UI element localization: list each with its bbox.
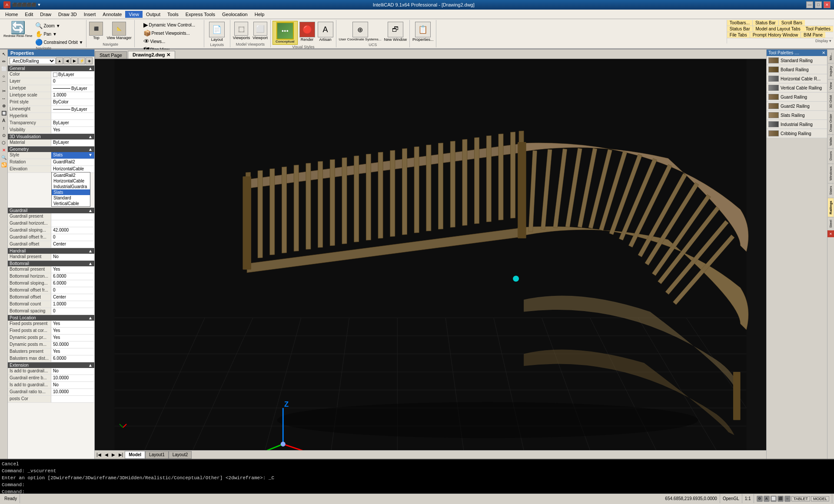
nav-last[interactable]: ▶| — [117, 452, 125, 457]
nav-next[interactable]: ▶ — [110, 452, 117, 457]
palette-guard-railing[interactable]: Guard Railing — [767, 93, 827, 102]
preset-viewpoints-button[interactable]: 📦Preset Viewpoints... — [142, 29, 197, 37]
palette-bollard-railing[interactable]: Bollard Railing — [767, 65, 827, 74]
side-tab-windows[interactable]: Windows — [828, 163, 834, 183]
guardrail-section-header[interactable]: Guardrail▲ — [8, 208, 94, 213]
command-bar-label[interactable]: Status Bar — [727, 26, 753, 32]
artisan-button[interactable]: A Artisan — [317, 21, 334, 43]
menu-geolocation[interactable]: Geolocation — [219, 11, 251, 18]
dynamic-view-button[interactable]: ▶Dynamic View Control... — [142, 21, 197, 29]
side-tab-3dorbit[interactable]: 3D Orbit — [828, 92, 834, 111]
handrail-section-header[interactable]: Handrail▲ — [8, 248, 94, 254]
bim-pane-label[interactable]: BIM Pane — [801, 32, 825, 38]
properties-button[interactable]: 📋 Properties... — [412, 21, 435, 46]
viewport-button[interactable]: ⬜ Viewport — [252, 21, 269, 42]
tab-start-page[interactable]: Start Page — [95, 51, 127, 59]
side-tab-view[interactable]: View — [828, 79, 834, 92]
menu-tools[interactable]: Tools — [164, 11, 182, 18]
status-icon-5[interactable]: ○ — [784, 496, 791, 502]
style-option-slats[interactable]: Slats — [52, 189, 90, 195]
status-icon-3[interactable]: ⬜ — [771, 496, 777, 502]
draw-tool-10[interactable]: A — [0, 117, 7, 124]
conceptual-button[interactable]: ●●● Conceptual — [272, 21, 298, 45]
palette-close-btn[interactable]: ✕ — [822, 50, 825, 55]
tab-layout2[interactable]: Layout2 — [169, 451, 192, 459]
side-tab-railings[interactable]: Railings — [828, 198, 834, 217]
draw-tool-16[interactable]: 🔁 — [0, 161, 7, 168]
entity-btn-3[interactable]: ▶ — [71, 57, 78, 64]
entity-dropdown[interactable]: AecDbRailing — [10, 58, 56, 64]
pan-button[interactable]: ✋Pan ▼ — [34, 30, 84, 38]
side-tab-mo[interactable]: Mo... — [828, 50, 834, 63]
scroll-bars-label[interactable]: Scroll Bars — [779, 20, 805, 26]
style-option-horizontal[interactable]: HorizontalCable — [52, 178, 90, 184]
menu-view[interactable]: View — [125, 11, 143, 18]
file-tabs-label[interactable]: File Tabs — [727, 32, 750, 38]
minimize-button[interactable]: — — [806, 1, 813, 8]
status-tablet[interactable]: TABLET — [791, 496, 810, 501]
menu-express[interactable]: Express Tools — [182, 11, 219, 18]
zoom-button[interactable]: 🔍Zoom ▼ — [34, 22, 84, 30]
style-dropdown[interactable]: GuardRail2 HorizontalCable IndustrialGua… — [51, 172, 90, 207]
draw-tool-1[interactable]: ↖ — [0, 50, 7, 57]
draw-tool-9[interactable]: 🔲 — [0, 109, 7, 116]
entity-btn-4[interactable]: ⚡ — [78, 57, 85, 64]
entity-btn-1[interactable]: ▲ — [56, 57, 63, 64]
layout-button[interactable]: 📄 Layout — [208, 21, 226, 43]
style-option-vertical[interactable]: VerticalCable — [52, 201, 90, 206]
model-layout-tabs-label[interactable]: Model and Layout Tabs — [753, 26, 803, 32]
views-button[interactable]: 👁Views... — [142, 37, 197, 45]
maximize-button[interactable]: □ — [815, 1, 822, 8]
palette-vertical-cable[interactable]: Vertical Cable Railing — [767, 83, 827, 93]
palette-slats-railing[interactable]: Slats Railing — [767, 111, 827, 120]
close-button[interactable]: ✕ — [824, 1, 831, 8]
nav-first[interactable]: |◀ — [95, 452, 103, 457]
tool-palettes-label[interactable]: Tool Palettes — [803, 26, 833, 32]
draw-tool-3[interactable]: ⬜ — [0, 65, 7, 72]
status-icon-4[interactable]: ⬛ — [778, 496, 784, 502]
general-section-header[interactable]: General▲ — [8, 66, 94, 71]
palette-horizontal-cable[interactable]: Horizontal Cable R... — [767, 74, 827, 83]
status-icon-1[interactable]: ⚙ — [757, 496, 763, 502]
status-model[interactable]: MODEL — [811, 496, 829, 501]
draw-tool-7[interactable]: ↔ — [0, 95, 7, 102]
viewport-canvas[interactable]: Z Y X — [95, 59, 766, 450]
new-window-button[interactable]: 🗗 New Window — [383, 21, 408, 43]
constrained-orbit-button[interactable]: 🔵Constrained Orbit ▼ — [34, 38, 84, 46]
side-tab-stairs[interactable]: Stairs — [828, 183, 834, 197]
palette-standard-railing[interactable]: Standard Railing — [767, 56, 827, 65]
side-tab-doors[interactable]: Doors — [828, 148, 834, 163]
status-bar-label[interactable]: Status Bar — [753, 20, 779, 26]
draw-tool-15[interactable]: 🔍 — [0, 154, 7, 161]
menu-draw[interactable]: Draw — [37, 11, 55, 18]
draw-tool-11[interactable]: ↕ — [0, 124, 7, 131]
toolbars-button[interactable]: Toolbars... — [727, 20, 753, 26]
extension-section-header[interactable]: Extension▲ — [8, 362, 94, 368]
palette-cribbing-railing[interactable]: Cribbing Railing — [767, 129, 827, 138]
draw-tool-2[interactable]: ✏ — [0, 58, 7, 65]
visualisation-section-header[interactable]: 3D Visualisation▲ — [8, 134, 94, 139]
geometry-section-header[interactable]: Geometry▲ — [8, 146, 94, 152]
top-view-button[interactable]: ⬛ Top — [88, 21, 104, 41]
menu-insert[interactable]: Insert — [80, 11, 100, 18]
palette-industrial-railing[interactable]: Industrial Railing — [767, 120, 827, 129]
prompt-history-label[interactable]: Prompt History Window — [750, 32, 801, 38]
menu-draw3d[interactable]: Draw 3D — [55, 11, 80, 18]
menu-edit[interactable]: Edit — [21, 11, 37, 18]
draw-tool-4[interactable]: ○ — [0, 73, 7, 80]
view-manager-button[interactable]: 📐 View Manager — [106, 21, 132, 41]
style-option-guardrail2[interactable]: GuardRail2 — [52, 172, 90, 178]
viewports-button[interactable]: ⬚ Viewports — [232, 21, 251, 42]
menu-help[interactable]: Help — [251, 11, 268, 18]
ucs-button[interactable]: ⊕ User Coordinate Systems... — [338, 21, 382, 42]
tab-model[interactable]: Model — [125, 451, 145, 459]
draw-tool-6[interactable]: ✂ — [0, 87, 7, 94]
menu-output[interactable]: Output — [143, 11, 164, 18]
draw-tool-12[interactable]: ⊙ — [0, 132, 7, 139]
tab-layout1[interactable]: Layout1 — [145, 451, 169, 459]
side-tab-inquiry[interactable]: Inquiry — [828, 63, 834, 79]
side-tab-walls[interactable]: Walls — [828, 134, 834, 148]
tab-drawing2[interactable]: Drawing2.dwg ✕ — [128, 51, 175, 59]
draw-tool-5[interactable]: ⌒ — [0, 80, 7, 87]
status-icon-2[interactable]: A — [764, 496, 770, 502]
